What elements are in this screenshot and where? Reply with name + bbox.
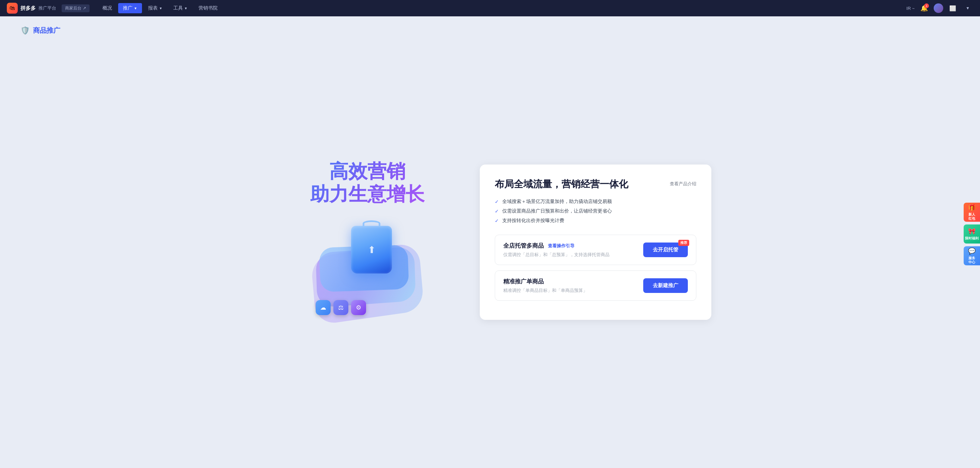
check-icon-3: ✓ xyxy=(495,218,499,223)
chip-scale-icon: ⚖ xyxy=(333,300,348,315)
feature-item-2: ✓ 仅需设置商品推广日预算和出价，让店铺经营更省心 xyxy=(495,208,696,214)
hero-headline: 高效营销 助力生意增长 xyxy=(310,160,425,205)
notification-btn[interactable]: 🔔 1 xyxy=(919,3,930,14)
page-title-area: 🛡️ 商品推广 xyxy=(21,26,60,35)
left-section: 高效营销 助力生意增长 ⬆ ☁ ⚖ ⚙ xyxy=(269,160,466,325)
service-btn[interactable]: 💬 服务中心 xyxy=(964,246,980,265)
new-promote-button[interactable]: 去新建推广 xyxy=(643,278,688,293)
service-icon: 💬 xyxy=(968,247,975,255)
red-bag-icon: 🎁 xyxy=(968,204,975,212)
chevron-down-icon: ▼ xyxy=(966,6,970,11)
feature-item-3: ✓ 支持按转化出价并按曝光计费 xyxy=(495,218,696,224)
logo[interactable]: 🛍 拼多多 推广平台 xyxy=(7,3,56,14)
main-card: 布局全域流量，营销经营一体化 查看产品介绍 ✓ 全域搜索＋场景亿万流量加持，助力… xyxy=(480,164,711,320)
feature-item-1: ✓ 全域搜索＋场景亿万流量加持，助力撬动店铺交易额 xyxy=(495,199,696,205)
more-btn[interactable]: ▼ xyxy=(962,3,973,14)
right-section: 布局全域流量，营销经营一体化 查看产品介绍 ✓ 全域搜索＋场景亿万流量加持，助力… xyxy=(480,164,711,320)
notification-badge: 1 xyxy=(924,3,929,8)
benefit-btn[interactable]: 🎀 限时福利 xyxy=(964,224,980,244)
merchant-btn[interactable]: 商家后台 ↗ xyxy=(62,5,89,12)
nav-item-overview[interactable]: 概况 xyxy=(98,3,117,13)
chip-cloud-icon: ☁ xyxy=(316,300,331,315)
page-title-icon: 🛡️ xyxy=(21,26,30,35)
card-title: 布局全域流量，营销经营一体化 xyxy=(495,178,628,190)
logo-text: 拼多多 xyxy=(21,5,36,11)
settings-icon: ⬜ xyxy=(949,5,956,11)
logo-icon: 🛍 xyxy=(7,3,18,14)
nav-item-report[interactable]: 报表 ▼ xyxy=(143,3,167,13)
chip-settings-icon: ⚙ xyxy=(351,300,366,315)
option-card-1: 全店托管多商品 查看操作引导 仅需调控「总目标」和「总预算」，支持选择托管商品 … xyxy=(495,235,696,265)
ir-label: IR ~ xyxy=(907,6,915,11)
hero-image: ⬆ ☁ ⚖ ⚙ xyxy=(303,216,432,325)
illustration: ⬆ ☁ ⚖ ⚙ xyxy=(313,223,422,318)
nav-right: IR ~ 🔔 1 ⬜ ▼ xyxy=(907,3,973,14)
feature-list: ✓ 全域搜索＋场景亿万流量加持，助力撬动店铺交易额 ✓ 仅需设置商品推广日预算和… xyxy=(495,199,696,224)
option-1-guide[interactable]: 查看操作引导 xyxy=(548,243,574,249)
page-title: 商品推广 xyxy=(33,26,60,35)
option-2-desc: 精准调控「单商品目标」和「单商品预算」 xyxy=(503,288,587,294)
red-bag-btn[interactable]: 🎁 新人红包 xyxy=(964,203,980,222)
card-header: 布局全域流量，营销经营一体化 查看产品介绍 xyxy=(495,178,696,190)
product-intro-link[interactable]: 查看产品介绍 xyxy=(670,181,696,187)
option-2-info: 精准推广单商品 精准调控「单商品目标」和「单商品预算」 xyxy=(503,278,587,294)
settings-btn[interactable]: ⬜ xyxy=(947,3,958,14)
platform-text: 推广平台 xyxy=(38,5,56,11)
option-1-title: 全店托管多商品 查看操作引导 xyxy=(503,242,609,250)
navbar: 🛍 拼多多 推广平台 商家后台 ↗ 概况 推广 ▼ 报表 ▼ 工具 ▼ 营销书院… xyxy=(0,0,980,16)
nav-item-promote[interactable]: 推广 ▼ xyxy=(118,3,142,13)
option-2-title: 精准推广单商品 xyxy=(503,278,587,285)
nav-item-tools[interactable]: 工具 ▼ xyxy=(169,3,192,13)
option-card-2: 精准推广单商品 精准调控「单商品目标」和「单商品预算」 去新建推广 xyxy=(495,271,696,301)
benefit-icon: 🎀 xyxy=(968,228,975,236)
option-1-desc: 仅需调控「总目标」和「总预算」，支持选择托管商品 xyxy=(503,252,609,258)
recommend-badge: 推荐 xyxy=(678,240,689,246)
check-icon-1: ✓ xyxy=(495,199,499,204)
float-right-panel: 🎁 新人红包 🎀 限时福利 💬 服务中心 xyxy=(964,203,980,265)
main-content: 🛡️ 商品推广 高效营销 助力生意增长 ⬆ ☁ ⚖ xyxy=(0,16,980,468)
nav-item-marketing[interactable]: 营销书院 xyxy=(194,3,222,13)
avatar[interactable] xyxy=(934,3,943,13)
option-1-info: 全店托管多商品 查看操作引导 仅需调控「总目标」和「总预算」，支持选择托管商品 xyxy=(503,242,609,258)
托管-button[interactable]: 去开启托管 推荐 xyxy=(643,242,688,257)
nav-menu: 概况 推广 ▼ 报表 ▼ 工具 ▼ 营销书院 xyxy=(98,3,907,13)
check-icon-2: ✓ xyxy=(495,209,499,214)
